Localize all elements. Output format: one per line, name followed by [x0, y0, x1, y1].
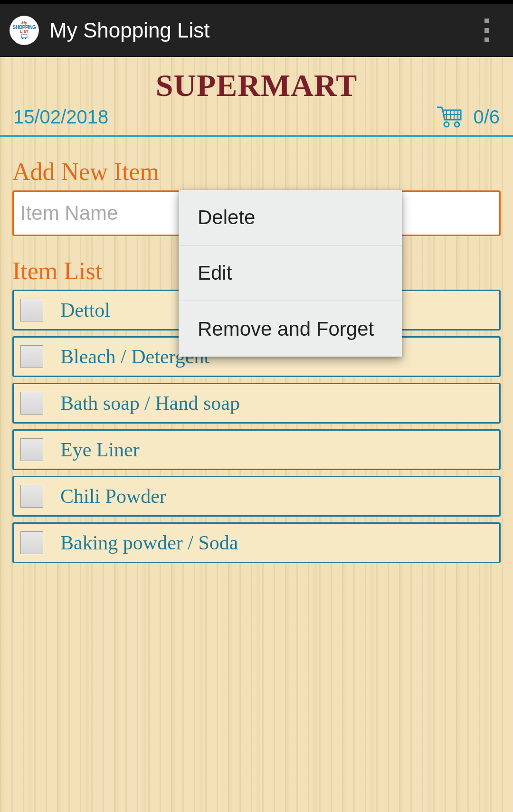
cart-count: 0/6	[473, 106, 500, 128]
svg-point-1	[22, 38, 24, 39]
item-label: Baking powder / Soda	[60, 531, 238, 554]
checkbox[interactable]	[20, 438, 43, 461]
item-label: Eye Liner	[60, 438, 140, 461]
add-new-item-heading: Add New Item	[12, 158, 501, 186]
cart-icon	[436, 105, 463, 128]
checkbox[interactable]	[20, 392, 43, 415]
svg-point-9	[455, 122, 459, 127]
logo-line-3: LIST	[20, 30, 28, 34]
list-header: SUPERMART	[0, 57, 513, 104]
list-item[interactable]: Eye Liner	[12, 429, 501, 470]
list-item[interactable]: Chili Powder	[12, 476, 501, 517]
item-label: Dettol	[60, 299, 110, 321]
checkbox[interactable]	[20, 299, 43, 321]
item-label: Bath soap / Hand soap	[60, 392, 240, 415]
list-item[interactable]: Bath soap / Hand soap	[12, 383, 501, 424]
menu-item-edit[interactable]: Edit	[179, 245, 402, 301]
list-date: 15/02/2018	[13, 106, 108, 128]
meta-row: 15/02/2018 0/6	[0, 105, 513, 128]
overflow-menu-icon[interactable]	[475, 14, 499, 47]
menu-item-delete[interactable]: Delete	[179, 190, 402, 245]
svg-point-2	[25, 38, 27, 39]
checkbox[interactable]	[20, 531, 43, 554]
app-bar: My SHOPPING LIST My Shopping List	[0, 4, 513, 57]
item-label: Chili Powder	[60, 485, 166, 508]
menu-item-remove-forget[interactable]: Remove and Forget	[179, 301, 402, 357]
svg-point-8	[444, 122, 449, 127]
header-divider	[0, 135, 513, 137]
logo-cart-icon	[20, 34, 28, 39]
app-logo-icon: My SHOPPING LIST	[10, 16, 39, 45]
list-item[interactable]: Baking powder / Soda	[12, 522, 501, 563]
context-menu: Delete Edit Remove and Forget	[179, 190, 402, 357]
checkbox[interactable]	[20, 345, 43, 368]
app-title: My Shopping List	[49, 19, 475, 42]
status-bar	[0, 0, 513, 4]
svg-rect-0	[21, 35, 27, 38]
store-name: SUPERMART	[0, 67, 513, 104]
checkbox[interactable]	[20, 485, 43, 508]
